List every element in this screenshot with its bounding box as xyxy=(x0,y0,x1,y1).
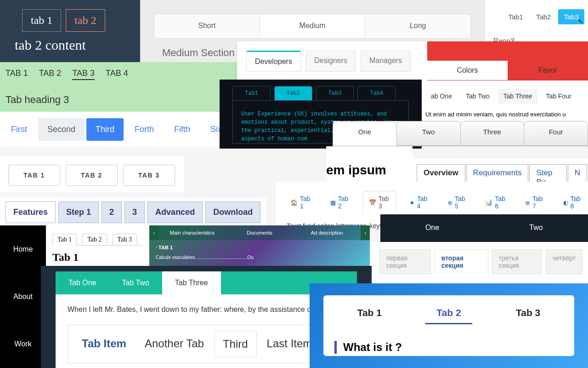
tab[interactable]: Tab 1 xyxy=(52,234,77,246)
tab-label: Tab 6 xyxy=(495,195,507,210)
tab-label: Tab 2 xyxy=(338,195,350,210)
tab[interactable]: TAB 1 xyxy=(8,165,60,186)
nav-about[interactable]: About xyxy=(0,273,46,320)
tab[interactable]: 📅Tab 3 xyxy=(363,191,396,214)
tab-download[interactable]: Download xyxy=(205,201,260,223)
tab[interactable]: Tab 2 xyxy=(82,234,107,245)
section-heading: What is it ? xyxy=(334,341,563,354)
tab-four[interactable]: Four xyxy=(524,121,588,146)
tab[interactable]: ◐Tab 8 xyxy=(558,191,588,213)
gradient-carousel-tabs: ‹ Main characteristics Documents Ad desc… xyxy=(149,225,370,267)
tab[interactable]: 🏠Tab 1 xyxy=(285,191,317,213)
sub-tab-bar: Tab Item Another Tab Third Last Item xyxy=(68,325,326,363)
tab-two[interactable]: Two xyxy=(484,214,588,242)
tab[interactable]: TAB 1 xyxy=(6,69,28,80)
tab-bar: Features Step 1 2 3 Advanced Download xyxy=(6,201,261,223)
tab[interactable]: Tab Item xyxy=(74,331,135,357)
tab-favorite[interactable]: Favor xyxy=(508,61,588,80)
next-arrow-icon[interactable]: › xyxy=(361,225,370,240)
tab[interactable]: 📊Tab 6 xyxy=(480,191,512,213)
tab[interactable]: TAB 2 xyxy=(66,165,118,186)
tab-short[interactable]: Short xyxy=(154,14,260,38)
tab-one[interactable]: One xyxy=(380,214,484,242)
tab[interactable]: вторая секция xyxy=(435,249,488,274)
numbered-pill-tabs: First Second Third Forth Fifth Sixth xyxy=(0,112,220,147)
tab-step3[interactable]: 3 xyxy=(124,201,145,223)
tab-step2[interactable]: 2 xyxy=(102,201,122,223)
tab[interactable]: Tab One xyxy=(56,271,109,294)
tab[interactable]: Tab 1 xyxy=(346,305,393,324)
card: Tab 1 Tab 2 Tab 3 What is it ? xyxy=(323,295,574,356)
tab[interactable]: Third xyxy=(214,331,257,357)
tab[interactable]: Tab Two xyxy=(109,271,162,294)
tab[interactable]: TAB 3 xyxy=(123,165,175,186)
tab[interactable]: tab 2 xyxy=(66,9,105,32)
tab-bar: Short Medium Long xyxy=(154,14,471,39)
home-icon: 🏠 xyxy=(290,199,298,206)
tab[interactable]: Tab3 xyxy=(316,86,354,101)
tab-designers[interactable]: Designers xyxy=(305,51,356,72)
tab[interactable]: четвёрт xyxy=(546,249,582,274)
tab[interactable]: TAB 3 xyxy=(72,69,95,80)
lorem-fragment: em ipsum xyxy=(326,146,413,183)
tab[interactable]: Tab Three xyxy=(498,89,538,104)
tab[interactable]: первая секция xyxy=(379,249,431,274)
tab-forth[interactable]: Forth xyxy=(125,118,163,141)
tab[interactable]: Tab 2 xyxy=(425,305,472,324)
tab-bar: ab One Tab Two Tab Three Tab Four xyxy=(425,89,584,104)
tab-bar: Developers Designers Managers xyxy=(246,51,418,72)
tab[interactable]: Tab1 xyxy=(503,9,529,24)
prev-arrow-icon[interactable]: ‹ xyxy=(149,225,158,240)
tab[interactable]: Main characteristics xyxy=(158,230,226,236)
tab[interactable]: Documents xyxy=(226,230,294,236)
tab-developers[interactable]: Developers xyxy=(246,51,301,72)
tab[interactable]: tab 1 xyxy=(22,9,61,32)
tab-label: Tab 1 xyxy=(300,195,312,210)
tab-label: Tab 3 xyxy=(379,195,390,210)
tab[interactable]: Tab Four xyxy=(541,89,577,104)
tab-two[interactable]: Two xyxy=(396,121,461,146)
tab-three[interactable]: Three xyxy=(460,121,525,146)
tab-step1[interactable]: Step 1 xyxy=(58,201,99,223)
tab-medium[interactable]: Medium xyxy=(260,14,366,38)
tab[interactable]: Tab Two xyxy=(460,89,495,104)
tab-first[interactable]: First xyxy=(2,118,36,141)
tab-second[interactable]: Second xyxy=(38,118,85,141)
features-tabs-panel: Features Step 1 2 3 Advanced Download xyxy=(0,198,266,225)
curved-tabs-panel: One Two Three Four xyxy=(333,121,588,146)
tab[interactable]: ▦Tab 2 xyxy=(325,191,356,213)
tab[interactable]: Tab2 xyxy=(531,9,557,24)
tab[interactable]: TAB 4 xyxy=(106,69,128,80)
tab[interactable]: Tab1 xyxy=(232,86,271,101)
tab-bar: Colors Favor xyxy=(427,41,588,80)
tab[interactable]: Tab4 xyxy=(357,86,396,101)
tab[interactable]: ⊕Tab 5 xyxy=(442,191,472,213)
tab-fifth[interactable]: Fifth xyxy=(165,118,199,141)
tab-third[interactable]: Third xyxy=(86,118,124,141)
tab-advanced[interactable]: Advanced xyxy=(147,201,203,223)
nav-work[interactable]: Work xyxy=(0,321,46,368)
grid-icon: ▦ xyxy=(330,199,336,206)
tab[interactable]: Tab2 xyxy=(274,86,312,101)
circle-icon: ◐ xyxy=(563,199,568,206)
body-text: When I left Mr. Bates, I went down to my… xyxy=(68,305,345,314)
tab[interactable]: Ad description xyxy=(293,230,361,236)
tab[interactable]: третья секция xyxy=(492,249,542,274)
tab-long[interactable]: Long xyxy=(365,14,470,38)
tab-colors[interactable]: Colors xyxy=(427,61,508,80)
tab[interactable]: Tab 3 xyxy=(113,234,137,245)
star-icon: ★ xyxy=(409,199,415,206)
tab[interactable]: ≣Tab 7 xyxy=(520,191,550,213)
tab-features[interactable]: Features xyxy=(6,201,56,223)
tab[interactable]: ★Tab 4 xyxy=(404,191,435,213)
tab[interactable]: Another Tab xyxy=(136,331,212,357)
tab[interactable]: Tab Three xyxy=(162,271,221,294)
tab[interactable]: ab One xyxy=(425,89,458,104)
tab-one[interactable]: One xyxy=(333,121,397,146)
tab-heading: · TAB 1 xyxy=(149,240,370,255)
tab-managers[interactable]: Managers xyxy=(361,51,411,72)
tab[interactable]: TAB 2 xyxy=(39,69,62,80)
tab[interactable]: Tab 3 xyxy=(505,305,551,324)
nav-home[interactable]: Home xyxy=(0,225,46,273)
dark-one-two-panel: One Two xyxy=(380,214,588,242)
